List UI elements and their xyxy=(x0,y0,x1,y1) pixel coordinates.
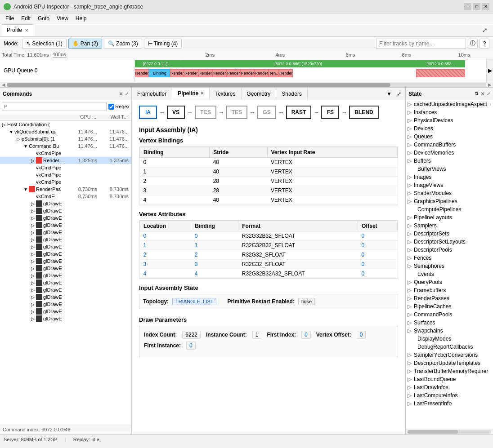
pipeline-stage-vs[interactable]: VS xyxy=(167,106,185,119)
state-expand-semaphores[interactable]: ▷ xyxy=(408,263,414,269)
tree-expand-gldraw-5[interactable]: ▷ xyxy=(30,236,36,243)
close-button[interactable]: ✕ xyxy=(482,3,489,10)
state-expand-shadermodules[interactable]: ▷ xyxy=(408,190,414,196)
state-expand-devicememories[interactable]: ▷ xyxy=(408,150,414,156)
state-expand-surfaces[interactable]: ▷ xyxy=(408,319,414,326)
menu-file[interactable]: File xyxy=(2,14,18,22)
state-item-commandpools[interactable]: ▷ CommandPools xyxy=(406,310,493,319)
tree-item-gldraw-13[interactable]: ▷ glDrawE xyxy=(0,293,131,301)
tree-expand-gldraw-1[interactable]: ▷ xyxy=(30,208,36,214)
regex-checkbox-input[interactable] xyxy=(108,104,114,110)
content-area[interactable]: Input Assembly (IA) Vertex Bindings Bind… xyxy=(132,123,405,434)
selection-button[interactable]: ↖ Selection (1) xyxy=(22,39,66,49)
zoom-button[interactable]: 🔍 Zoom (3) xyxy=(104,39,142,49)
tree-item-gldraw-5[interactable]: ▷ glDrawE xyxy=(0,236,131,243)
tree-item-psubmits[interactable]: ▷ pSubmits[0]: (1 11.476... 11.476... xyxy=(0,135,131,142)
tree-expand-gldraw-2[interactable]: ▷ xyxy=(30,215,36,221)
tree-item-gldraw-10[interactable]: ▷ glDrawE xyxy=(0,272,131,279)
commands-close[interactable]: ✕ xyxy=(119,91,123,97)
tabs-chevron-down[interactable]: ▼ xyxy=(385,89,394,98)
tree-expand-gldraw-15[interactable]: ▷ xyxy=(30,308,36,315)
state-item-descriptorsetlayouts[interactable]: ▷ DescriptorSetLayouts xyxy=(406,238,493,246)
state-scrollbar-thumb[interactable] xyxy=(408,430,458,434)
commands-tree[interactable]: ▷ Host Coordination ( ▼ vkQueueSubmit qu… xyxy=(0,121,131,425)
regex-checkbox[interactable]: Regex xyxy=(108,104,130,110)
state-expand-swapchains[interactable]: ▷ xyxy=(408,328,414,334)
state-item-renderpasses[interactable]: ▷ RenderPasses xyxy=(406,294,493,302)
state-expand-commandpools[interactable]: ▷ xyxy=(408,311,414,318)
pipeline-stage-tcs[interactable]: TCS xyxy=(195,106,216,119)
state-item-cachedUnpacked[interactable]: ▷ cachedUnpackedImageAspect › xyxy=(406,100,493,108)
tree-item-gldraw-1[interactable]: ▷ glDrawE xyxy=(0,207,131,214)
state-expand-samplerycbcr[interactable]: ▷ xyxy=(408,352,414,358)
state-item-descriptorpools[interactable]: ▷ DescriptorPools xyxy=(406,246,493,254)
maximize-button[interactable]: □ xyxy=(473,3,480,10)
state-item-buffers[interactable]: ▷ Buffers xyxy=(406,157,493,165)
state-expand-lastpresentinfo[interactable]: ▷ xyxy=(408,400,414,407)
commands-expand[interactable]: ⤢ xyxy=(125,91,129,96)
tab-pipeline[interactable]: Pipeline ✕ xyxy=(172,88,210,100)
state-expand-samplers[interactable]: ▷ xyxy=(408,222,414,229)
state-item-devices[interactable]: ▷ Devices xyxy=(406,124,493,133)
state-item-pipelinecaches[interactable]: ▷ PipelineCaches xyxy=(406,302,493,310)
scrollbar-track[interactable] xyxy=(7,83,486,87)
tree-expand-gldraw-8[interactable]: ▷ xyxy=(30,258,36,264)
tab-geometry[interactable]: Geometry xyxy=(242,88,277,100)
track-bar-3[interactable]: [6072 0 0 552... xyxy=(416,60,465,67)
commands-search-input[interactable] xyxy=(2,102,107,111)
state-expand-pipelinecaches[interactable]: ▷ xyxy=(408,303,414,310)
state-item-lastpresentinfo[interactable]: ▷ LastPresentInfo xyxy=(406,399,493,408)
state-item-transferbuffer[interactable]: ▷ TransferBufferMemoryRequirer xyxy=(406,367,493,375)
scroll-right-btn[interactable]: ▶ xyxy=(486,82,493,87)
tree-expand-gldraw-3[interactable]: ▷ xyxy=(30,222,36,228)
tree-item-vkqueue[interactable]: ▼ vkQueueSubmit qu 11.476... 11.476... xyxy=(0,128,131,135)
tab-shaders[interactable]: Shaders xyxy=(276,88,308,100)
timeline-scroll-right[interactable]: ▶ xyxy=(486,59,493,82)
state-expand-imageviews[interactable]: ▷ xyxy=(408,182,414,188)
tree-item-vkcmdpipe2[interactable]: vkCmdPipe xyxy=(0,164,131,171)
state-item-shadermodules[interactable]: ▷ ShaderModules xyxy=(406,189,493,197)
menu-view[interactable]: View xyxy=(53,14,72,22)
tree-expand-gldraw-12[interactable]: ▷ xyxy=(30,287,36,293)
state-item-pipelinelayouts[interactable]: ▷ PipelineLayouts xyxy=(406,213,493,222)
state-item-samplers[interactable]: ▷ Samplers xyxy=(406,222,493,230)
state-scrollbar-track[interactable] xyxy=(408,430,491,434)
tree-expand-cmdbuf[interactable]: ▼ xyxy=(22,143,29,149)
tree-item-vkcmde[interactable]: vkCmdE 8.730ms 8.730ms xyxy=(0,193,131,200)
pipeline-stage-ia[interactable]: IA xyxy=(139,106,157,119)
tree-item-host[interactable]: ▷ Host Coordination ( xyxy=(0,121,131,128)
state-scrollbar-h[interactable] xyxy=(406,429,493,434)
tree-item-gldraw-6[interactable]: ▷ glDrawE xyxy=(0,243,131,250)
state-item-instances[interactable]: ▷ Instances xyxy=(406,108,493,116)
tree-item-gldraw-7[interactable]: ▷ glDrawE xyxy=(0,250,131,257)
menu-goto[interactable]: Goto xyxy=(34,14,53,22)
tree-item-gldraw-3[interactable]: ▷ glDrawE xyxy=(0,222,131,229)
tree-expand-gldraw-11[interactable]: ▷ xyxy=(30,279,36,286)
state-expand-lastboundqueue[interactable]: ▷ xyxy=(408,376,414,382)
state-expand-queues[interactable]: ▷ xyxy=(408,133,414,140)
tree-expand-gldraw-6[interactable]: ▷ xyxy=(30,244,36,250)
state-expand-framebuffers[interactable]: ▷ xyxy=(408,287,414,293)
state-item-framebuffers[interactable]: ▷ Framebuffers xyxy=(406,286,493,294)
state-expand-lastdrawinfos[interactable]: ▷ xyxy=(408,384,414,390)
state-item-imageviews[interactable]: ▷ ImageViews xyxy=(406,181,493,189)
filter-input[interactable] xyxy=(376,39,466,49)
state-expand-descriptorsets[interactable]: ▷ xyxy=(408,231,414,237)
state-item-queues[interactable]: ▷ Queues xyxy=(406,133,493,141)
state-item-surfaces[interactable]: ▷ Surfaces xyxy=(406,319,493,327)
tree-item-renderpass1[interactable]: ▷ RenderPas 1.325ms 1.325ms xyxy=(0,157,131,164)
state-item-events[interactable]: Events xyxy=(406,270,493,278)
state-item-descriptorupdate[interactable]: ▷ DescriptorUpdateTemplates xyxy=(406,359,493,367)
tree-expand-gldraw-9[interactable]: ▷ xyxy=(30,265,36,271)
state-expand-instances[interactable]: ▷ xyxy=(408,109,414,115)
state-item-cmdbuffers[interactable]: ▷ CommandBuffers xyxy=(406,141,493,149)
state-tree[interactable]: ▷ cachedUnpackedImageAspect › ▷ Instance… xyxy=(406,100,493,429)
state-item-querypools[interactable]: ▷ QueryPools xyxy=(406,278,493,286)
maximize-icon[interactable]: ⤢ xyxy=(482,27,491,34)
profile-tab[interactable]: Profile ✕ xyxy=(2,24,33,36)
state-item-fences[interactable]: ▷ Fences xyxy=(406,254,493,262)
state-item-lastdrawinfos[interactable]: ▷ LastDrawInfos xyxy=(406,383,493,391)
scrollbar-thumb[interactable] xyxy=(7,83,390,87)
pipeline-stage-gs[interactable]: GS xyxy=(257,106,276,119)
state-expand-renderpasses[interactable]: ▷ xyxy=(408,295,414,302)
